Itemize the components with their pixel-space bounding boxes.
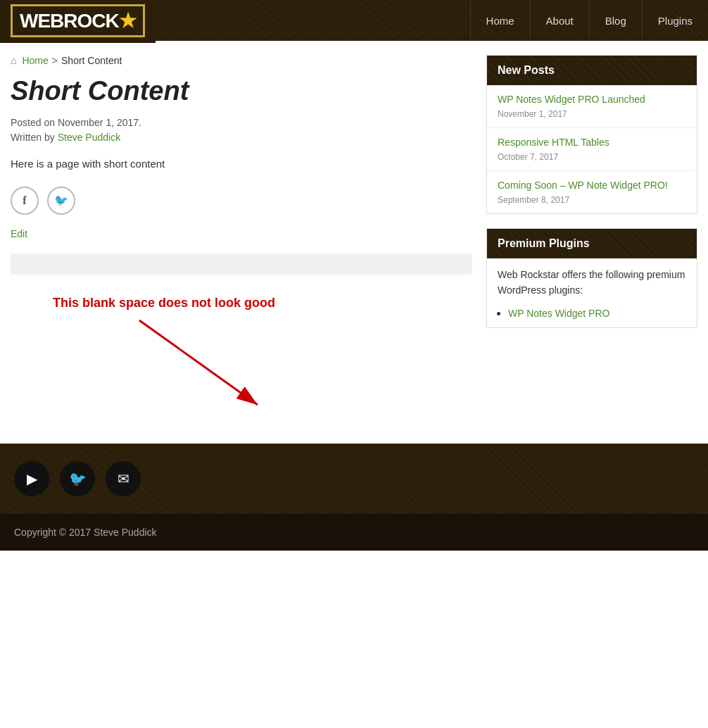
breadcrumb-separator: > xyxy=(52,55,58,66)
footer-twitter-button[interactable]: 🐦 xyxy=(60,461,95,496)
email-icon: ✉ xyxy=(118,470,129,487)
post-meta-date: Posted on November 1, 2017. xyxy=(11,117,472,128)
twitter-footer-icon: 🐦 xyxy=(69,470,87,487)
post-link-2[interactable]: Responsive HTML Tables xyxy=(498,137,686,148)
facebook-icon: f xyxy=(23,194,26,207)
youtube-icon: ▶ xyxy=(27,470,37,487)
footer-email-button[interactable]: ✉ xyxy=(106,461,141,496)
breadcrumb-current: Short Content xyxy=(61,55,122,66)
copyright-text: Copyright © 2017 Steve Puddick xyxy=(14,527,157,538)
blank-space-bar xyxy=(11,253,472,275)
plugin-link-1[interactable]: WP Notes Widget PRO xyxy=(508,308,609,319)
new-posts-title: New Posts xyxy=(487,56,697,85)
logo-star: ★ xyxy=(119,10,136,32)
twitter-icon: 🐦 xyxy=(54,194,68,207)
post-meta-author: Written by Steve Puddick xyxy=(11,132,472,143)
premium-plugins-text: Web Rockstar offers the following premiu… xyxy=(487,258,697,307)
svg-line-1 xyxy=(139,320,258,405)
logo[interactable]: WEBROCK★ xyxy=(0,0,156,43)
extra-white-space xyxy=(0,551,708,728)
author-link[interactable]: Steve Puddick xyxy=(58,132,121,143)
nav-blog[interactable]: Blog xyxy=(589,0,642,41)
post-link-3[interactable]: Coming Soon – WP Note Widget PRO! xyxy=(498,180,686,191)
main-layout: ⌂ Home > Short Content Short Content Pos… xyxy=(0,41,708,444)
footer-social: ▶ 🐦 ✉ xyxy=(0,444,708,514)
list-item: Coming Soon – WP Note Widget PRO! Septem… xyxy=(487,171,697,213)
facebook-share-button[interactable]: f xyxy=(11,187,39,215)
sidebar: New Posts WP Notes Widget PRO Launched N… xyxy=(486,55,697,342)
premium-plugins-title: Premium Plugins xyxy=(487,229,697,258)
post-date-2: October 7, 2017 xyxy=(498,152,558,162)
home-icon: ⌂ xyxy=(11,55,16,66)
post-title: Short Content xyxy=(11,77,472,106)
plugin-list: WP Notes Widget PRO xyxy=(487,307,697,327)
annotation-area: This blank space does not look good xyxy=(11,275,472,429)
logo-text: WEBROCK★ xyxy=(20,10,136,32)
main-content: ⌂ Home > Short Content Short Content Pos… xyxy=(11,55,472,429)
main-nav: Home About Blog Plugins xyxy=(470,0,708,41)
post-date-3: September 8, 2017 xyxy=(498,195,569,205)
breadcrumb: ⌂ Home > Short Content xyxy=(11,55,472,66)
list-item: WP Notes Widget PRO Launched November 1,… xyxy=(487,85,697,128)
annotation-arrow xyxy=(11,275,472,429)
nav-about[interactable]: About xyxy=(530,0,589,41)
new-posts-body: WP Notes Widget PRO Launched November 1,… xyxy=(487,85,697,213)
twitter-share-button[interactable]: 🐦 xyxy=(47,187,75,215)
premium-plugins-widget: Premium Plugins Web Rockstar offers the … xyxy=(486,228,697,328)
nav-home[interactable]: Home xyxy=(470,0,530,41)
list-item: Responsive HTML Tables October 7, 2017 xyxy=(487,128,697,171)
post-content: Here is a page with short content xyxy=(11,156,472,172)
new-posts-widget: New Posts WP Notes Widget PRO Launched N… xyxy=(486,55,697,214)
post-link-1[interactable]: WP Notes Widget PRO Launched xyxy=(498,94,686,105)
site-header: WEBROCK★ Home About Blog Plugins xyxy=(0,0,708,41)
footer-youtube-button[interactable]: ▶ xyxy=(14,461,49,496)
nav-plugins[interactable]: Plugins xyxy=(642,0,708,41)
footer-copyright: Copyright © 2017 Steve Puddick xyxy=(0,514,708,551)
edit-link[interactable]: Edit xyxy=(11,228,27,239)
post-date-1: November 1, 2017 xyxy=(498,109,567,119)
list-item: WP Notes Widget PRO xyxy=(508,307,686,319)
breadcrumb-home[interactable]: Home xyxy=(22,55,48,66)
premium-plugins-body: Web Rockstar offers the following premiu… xyxy=(487,258,697,327)
social-icons: f 🐦 xyxy=(11,187,472,215)
